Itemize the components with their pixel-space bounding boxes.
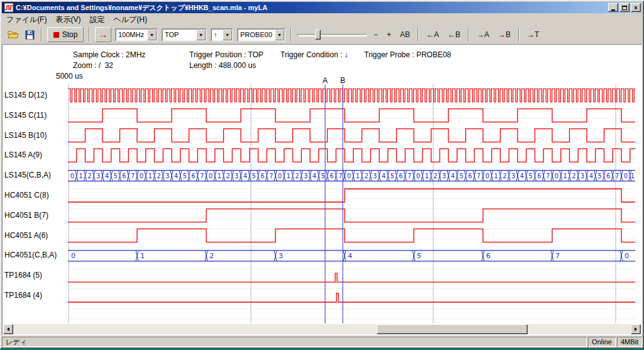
window-controls: ×	[607, 3, 641, 12]
clock-select-value: 100MHz	[116, 30, 147, 40]
stop-icon	[53, 32, 59, 38]
maximize-icon	[622, 6, 627, 10]
toolbar-separator	[468, 28, 469, 42]
zoom-slider[interactable]	[297, 28, 367, 42]
window-title: C:¥Documents and Settings¥noname¥デスクトップ¥…	[16, 3, 607, 13]
toolbar-separator	[41, 28, 42, 42]
time-scale-label: 5000 us	[56, 72, 83, 81]
menu-settings[interactable]: 設定	[85, 14, 109, 26]
chevron-down-icon[interactable]: ▼	[275, 30, 284, 40]
open-folder-icon	[8, 30, 19, 39]
goto-a-left-button[interactable]: ←A	[423, 28, 443, 42]
trigger-position-value: TOP	[163, 30, 196, 40]
app-window: C:¥Documents and Settings¥noname¥デスクトップ¥…	[0, 0, 644, 349]
waveform-panel: Sample Clock : 2MHz Trigger Position : T…	[2, 44, 642, 336]
titlebar[interactable]: C:¥Documents and Settings¥noname¥デスクトップ¥…	[2, 2, 642, 13]
menubar: ファイル(F) 表示(V) 設定 ヘルプ(H)	[2, 14, 642, 25]
trigger-edge-select[interactable]: ↑ ▼	[211, 28, 233, 42]
maximize-button[interactable]	[619, 3, 630, 12]
horizontal-scrollbar[interactable]	[3, 324, 641, 334]
statusbar: レディ Online 4MBit	[2, 336, 642, 347]
length-label: Length : 488.000 us	[189, 61, 256, 70]
goto-a-right-button[interactable]: →A	[473, 28, 493, 42]
toolbar-separator	[418, 28, 419, 42]
probe-select-value: PROBE00	[238, 30, 275, 40]
trigger-condition-label: Trigger Condition : ↓	[280, 50, 348, 59]
run-arrow-icon: →	[99, 30, 108, 39]
minimize-icon	[611, 9, 615, 11]
toolbar-separator	[89, 28, 90, 42]
zoom-slider-track	[297, 34, 367, 37]
zoom-slider-thumb[interactable]	[315, 30, 321, 40]
toolbar-separator	[518, 28, 519, 42]
scrollbar-thumb[interactable]	[377, 324, 528, 334]
clock-select[interactable]: 100MHz ▼	[115, 28, 158, 42]
trigger-edge-value: ↑	[212, 30, 223, 40]
chevron-down-icon[interactable]: ▼	[147, 30, 157, 40]
chevron-down-icon[interactable]: ▼	[223, 30, 232, 40]
scroll-left-button[interactable]	[3, 324, 13, 334]
menu-view[interactable]: 表示(V)	[51, 14, 85, 26]
open-file-button[interactable]	[5, 27, 21, 42]
save-floppy-icon	[25, 30, 35, 40]
chevron-down-icon[interactable]: ▼	[196, 30, 206, 40]
goto-b-left-button[interactable]: ←B	[444, 28, 464, 42]
goto-b-right-button[interactable]: →B	[494, 28, 514, 42]
status-memory-badge: 4MBit	[617, 337, 642, 347]
app-icon	[4, 3, 13, 12]
trigger-probe-label: Trigger Probe : PROBE08	[364, 50, 451, 59]
stop-button[interactable]: Stop	[47, 27, 84, 42]
scroll-right-icon	[635, 327, 637, 331]
save-button[interactable]	[21, 27, 38, 42]
status-online-badge: Online	[588, 337, 616, 347]
sample-clock-label: Sample Clock : 2MHz	[73, 50, 145, 59]
status-message: レディ	[2, 337, 587, 347]
close-button[interactable]: ×	[631, 3, 641, 12]
zoom-label: Zoom : / 32	[73, 61, 113, 70]
zoom-out-button[interactable]: −	[370, 28, 382, 42]
stop-label: Stop	[62, 30, 78, 39]
trigger-position-select[interactable]: TOP ▼	[162, 28, 207, 42]
run-button[interactable]: →	[95, 27, 111, 42]
trigger-position-label: Trigger Position : TOP	[189, 50, 264, 59]
cursor-a-label: A	[323, 76, 328, 85]
menu-file[interactable]: ファイル(F)	[2, 14, 51, 26]
cursor-b-label: B	[340, 76, 345, 85]
menu-help[interactable]: ヘルプ(H)	[109, 14, 152, 26]
minimize-button[interactable]	[608, 3, 618, 12]
toolbar: Stop → 100MHz ▼ TOP ▼ ↑ ▼ PROBE00 ▼ − + …	[2, 25, 642, 44]
toolbar-separator	[291, 28, 292, 42]
scroll-right-button[interactable]	[631, 324, 641, 334]
goto-trigger-button[interactable]: →T	[523, 28, 543, 42]
zoom-in-button[interactable]: +	[383, 28, 395, 42]
probe-select[interactable]: PROBE00 ▼	[237, 28, 286, 42]
ab-cursor-button[interactable]: AB	[396, 28, 414, 42]
scroll-left-icon	[7, 327, 9, 331]
